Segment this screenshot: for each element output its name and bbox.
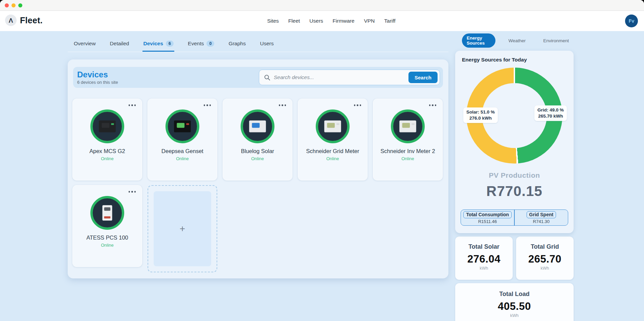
grid-spent-value: R741.30 — [533, 219, 550, 224]
top-nav: SitesFleetUsersFirmwareVPNTariff — [267, 11, 395, 31]
nav-item-vpn[interactable]: VPN — [364, 18, 375, 24]
device-image — [165, 109, 199, 143]
device-card[interactable]: Bluelog Solar Online — [223, 99, 292, 180]
device-search: Search — [259, 70, 440, 85]
stat-value: 265.70 — [516, 253, 574, 265]
device-photo-icon — [97, 204, 118, 221]
stat-unit: kWh — [455, 266, 513, 271]
search-input[interactable] — [270, 74, 408, 80]
nav-item-users[interactable]: Users — [309, 18, 323, 24]
device-name: Schneider Inv Meter 2 — [380, 148, 435, 154]
tab-badge: 0 — [206, 41, 214, 47]
tab-events[interactable]: Events 0 — [187, 36, 215, 52]
device-status: Online — [251, 156, 264, 161]
device-photo-icon — [322, 118, 343, 135]
device-status: Online — [176, 156, 189, 161]
device-name: Schneider Grid Meter — [306, 148, 359, 154]
device-card[interactable]: Schneider Grid Meter Online — [298, 99, 368, 180]
minimize-window-button[interactable] — [12, 3, 16, 7]
device-menu-button[interactable] — [429, 104, 437, 106]
user-avatar[interactable]: Fv — [625, 15, 638, 27]
pv-production-value: R770.15 — [455, 183, 574, 199]
device-card-grid: Apex MCS G2 Online Deepsea Genset Online… — [72, 99, 449, 272]
device-photo-icon — [172, 118, 193, 135]
total-load-slot: Total Load 405.50 kWh — [455, 283, 574, 321]
stat-unit: kWh — [516, 266, 574, 271]
pv-production-label: PV Production — [455, 171, 574, 179]
device-photo-icon — [247, 118, 268, 135]
device-image — [90, 196, 124, 230]
search-icon — [264, 74, 270, 81]
device-image — [391, 109, 425, 143]
grid-spent-cell: Grid Spent R741.30 — [515, 210, 568, 225]
add-device-tile[interactable]: + — [148, 185, 217, 272]
device-card[interactable]: Apex MCS G2 Online — [72, 99, 142, 180]
page-content: Overview Detailed Devices 6 Events 0 Gra… — [0, 31, 644, 321]
device-menu-button[interactable] — [279, 104, 286, 106]
device-photo-icon — [397, 118, 418, 135]
app-window: Λ Fleet. SitesFleetUsersFirmwareVPNTarif… — [0, 0, 644, 321]
stat-card-total-grid: Total Grid 265.70 kWh — [516, 237, 574, 280]
plus-icon: + — [180, 224, 185, 233]
tab-graphs[interactable]: Graphs — [228, 36, 246, 52]
device-name: ATESS PCS 100 — [86, 234, 128, 241]
stat-title: Total Grid — [516, 243, 574, 250]
tab-users[interactable]: Users — [259, 36, 274, 52]
device-menu-button[interactable] — [204, 104, 211, 106]
stat-value: 276.04 — [455, 253, 513, 265]
energy-donut-wrap: Solar: 51.0 % 276.0 kWh Grid: 49.0 % 265… — [455, 68, 574, 164]
tab-devices[interactable]: Devices 6 — [142, 36, 174, 52]
brand: Λ Fleet. — [5, 15, 43, 26]
consumption-summary: Total Consumption R1511.46 Grid Spent R7… — [461, 209, 568, 226]
sidebar-tab-weather[interactable]: Weather — [504, 36, 530, 45]
device-menu-button[interactable] — [129, 191, 136, 193]
device-image — [316, 109, 350, 143]
device-card[interactable]: Deepsea Genset Online — [148, 99, 217, 180]
stat-unit: kWh — [455, 313, 574, 318]
site-tab-bar: Overview Detailed Devices 6 Events 0 Gra… — [68, 36, 448, 52]
nav-item-firmware[interactable]: Firmware — [333, 18, 355, 24]
sidebar-tab-environment[interactable]: Environment — [538, 36, 574, 45]
device-image — [90, 109, 124, 143]
energy-card-title: Energy Sources for Today — [455, 51, 574, 63]
close-window-button[interactable] — [5, 3, 9, 7]
stat-card-total-load: Total Load 405.50 kWh — [455, 283, 574, 321]
device-menu-button[interactable] — [354, 104, 361, 106]
nav-item-fleet[interactable]: Fleet — [288, 18, 300, 24]
stat-title: Total Solar — [455, 243, 513, 250]
nav-item-sites[interactable]: Sites — [267, 18, 279, 24]
titlebar — [0, 0, 644, 11]
device-image — [241, 109, 274, 143]
devices-panel-header: Devices 6 devices on this site Search — [73, 67, 443, 88]
total-consumption-label: Total Consumption — [463, 211, 512, 218]
fleet-logo-icon: Λ — [5, 15, 17, 26]
tab-badge: 6 — [166, 41, 174, 47]
nav-item-tariff[interactable]: Tariff — [384, 18, 395, 24]
device-name: Apex MCS G2 — [89, 148, 125, 154]
stats-row: Total Solar 276.04 kWh Total Grid 265.70… — [455, 237, 574, 280]
sidebar-tab-bar: Energy SourcesWeatherEnvironment — [455, 36, 574, 45]
app-header: Λ Fleet. SitesFleetUsersFirmwareVPNTarif… — [0, 11, 644, 31]
search-button[interactable]: Search — [408, 72, 438, 83]
device-status: Online — [326, 156, 339, 161]
stat-title: Total Load — [455, 291, 574, 298]
total-consumption-value: R1511.46 — [478, 219, 497, 224]
tab-detailed[interactable]: Detailed — [109, 36, 130, 52]
device-card[interactable]: Schneider Inv Meter 2 Online — [373, 99, 443, 180]
solar-slice-label: Solar: 51.0 % 276.0 kWh — [463, 107, 498, 123]
devices-panel: Devices 6 devices on this site Search — [68, 59, 448, 278]
device-card[interactable]: ATESS PCS 100 Online — [72, 185, 142, 267]
device-status: Online — [401, 156, 414, 161]
device-menu-button[interactable] — [129, 104, 136, 106]
total-consumption-cell: Total Consumption R1511.46 — [461, 210, 514, 225]
device-name: Bluelog Solar — [241, 148, 274, 154]
devices-title: Devices — [77, 70, 118, 79]
device-status: Online — [101, 156, 114, 161]
energy-sources-card: Energy Sources for Today Solar: 51.0 % 2… — [455, 51, 574, 233]
grid-spent-label: Grid Spent — [527, 211, 556, 218]
grid-slice-label: Grid: 49.0 % 265.70 kWh — [534, 105, 567, 121]
zoom-window-button[interactable] — [18, 3, 22, 7]
sidebar-tab-energy-sources[interactable]: Energy Sources — [462, 33, 495, 48]
stat-card-total-solar: Total Solar 276.04 kWh — [455, 237, 513, 280]
tab-overview[interactable]: Overview — [73, 36, 96, 52]
